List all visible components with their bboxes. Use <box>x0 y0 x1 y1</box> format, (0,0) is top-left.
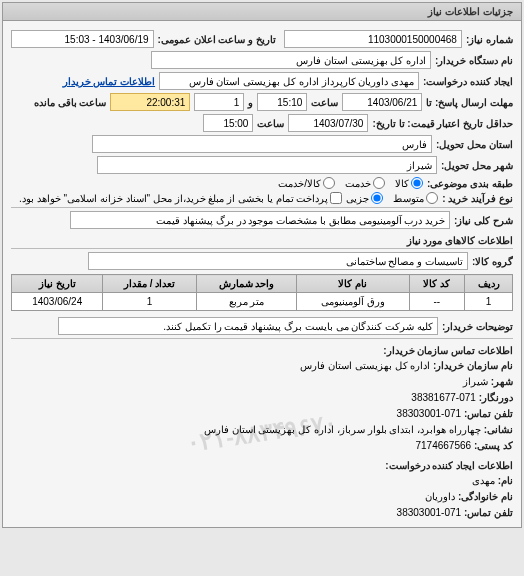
fax-label: دورنگار: <box>479 392 513 403</box>
items-section-title: اطلاعات کالاهای مورد نیاز <box>11 235 513 246</box>
buyer-org-label: نام دستگاه خریدار: <box>435 55 513 66</box>
main-panel: جزئیات اطلاعات نیاز شماره نیاز: 11030001… <box>2 2 522 528</box>
delivery-city-label: شهر محل تحویل: <box>441 160 513 171</box>
postal-value: 7174667566 <box>415 440 471 451</box>
buyer-notes-field: کلیه شرکت کنندگان می بایست برگ پیشنهاد ق… <box>58 317 438 335</box>
goods-group-field: تاسیسات و مصالح ساختمانی <box>88 252 468 270</box>
td-qty: 1 <box>103 293 196 311</box>
overall-desc-label: شرح کلی نیاز: <box>454 215 513 226</box>
reply-time-field: 15:10 <box>257 93 307 111</box>
th-qty: تعداد / مقدار <box>103 275 196 293</box>
buy-type-partial-input[interactable] <box>371 192 383 204</box>
partial-pay-checkbox[interactable] <box>330 192 342 204</box>
remaining-time-field: 22:00:31 <box>110 93 190 111</box>
class-service-label: خدمت <box>345 178 371 189</box>
table-header-row: ردیف کد کالا نام کالا واحد شمارش تعداد /… <box>12 275 513 293</box>
buyer-notes-label: توضیحات خریدار: <box>442 321 513 332</box>
class-goods-radio[interactable]: کالا <box>395 177 423 189</box>
postal-label: کد پستی: <box>474 440 513 451</box>
items-table: ردیف کد کالا نام کالا واحد شمارش تعداد /… <box>11 274 513 311</box>
class-label: طبقه بندی موضوعی: <box>427 178 513 189</box>
city-value: شیراز <box>463 376 488 387</box>
org-name-label: نام سازمان خریدار: <box>433 360 513 371</box>
buy-type-label: نوع فرآیند خرید : <box>442 193 513 204</box>
buy-type-normal-input[interactable] <box>426 192 438 204</box>
th-name: نام کالا <box>297 275 410 293</box>
partial-pay-check[interactable]: پرداخت تمام یا بخشی از مبلغ خرید،از محل … <box>19 192 342 204</box>
creator-section-title: اطلاعات ایجاد کننده درخواست: <box>11 460 513 471</box>
delivery-province-label: استان محل تحویل: <box>436 139 513 150</box>
th-row: ردیف <box>465 275 513 293</box>
address-label: نشانی: <box>484 424 513 435</box>
class-goods-service-label: کالا/خدمت <box>278 178 321 189</box>
reply-day-label: و <box>248 97 253 108</box>
td-row: 1 <box>465 293 513 311</box>
buyer-contact-link[interactable]: اطلاعات تماس خریدار <box>63 76 156 87</box>
phone-label: تلفن تماس: <box>464 408 513 419</box>
class-service-input[interactable] <box>373 177 385 189</box>
creator-family-label: نام خانوادگی: <box>458 491 513 502</box>
reply-days-field: 1 <box>194 93 244 111</box>
td-code: -- <box>409 293 464 311</box>
panel-title: جزئیات اطلاعات نیاز <box>3 3 521 21</box>
validity-time-label: ساعت <box>257 118 284 129</box>
class-radio-group: کالا خدمت کالا/خدمت <box>278 177 423 189</box>
city-label: شهر: <box>491 376 513 387</box>
creator-info: نام: مهدی نام خانوادگی: داوریان تلفن تما… <box>11 473 513 521</box>
contact-section: ۰۲۱-۸۸۳۴۹۶۷۰ اطلاعات تماس سازمان خریدار:… <box>11 345 513 521</box>
class-goods-service-input[interactable] <box>323 177 335 189</box>
validity-date-field: 1403/07/30 <box>288 114 368 132</box>
partial-pay-label: پرداخت تمام یا بخشی از مبلغ خرید،از محل … <box>19 193 328 204</box>
td-name: ورق آلومینیومی <box>297 293 410 311</box>
contact-info: نام سازمان خریدار: اداره کل بهزیستی استا… <box>11 358 513 454</box>
requester-label: ایجاد کننده درخواست: <box>423 76 513 87</box>
th-unit: واحد شمارش <box>196 275 296 293</box>
panel-body: شماره نیاز: 1103000150000468 تاریخ و ساع… <box>3 21 521 527</box>
divider <box>11 207 513 208</box>
class-service-radio[interactable]: خدمت <box>345 177 385 189</box>
creator-phone-label: تلفن تماس: <box>464 507 513 518</box>
table-row[interactable]: 1 -- ورق آلومینیومی متر مربع 1 1403/06/2… <box>12 293 513 311</box>
reply-time-label: ساعت <box>311 97 338 108</box>
reply-deadline-label: مهلت ارسال پاسخ: تا <box>426 97 513 108</box>
org-name-value: اداره کل بهزیستی استان فارس <box>300 360 430 371</box>
validity-label: حداقل تاریخ اعتبار قیمت: تا تاریخ: <box>372 118 513 129</box>
phone-value: 071-38303001 <box>397 408 462 419</box>
divider-3 <box>11 338 513 339</box>
creator-name-value: مهدی <box>472 475 495 486</box>
goods-group-label: گروه کالا: <box>472 256 513 267</box>
creator-name-label: نام: <box>498 475 513 486</box>
delivery-city-field: شیراز <box>97 156 437 174</box>
buy-type-partial-label: جزیی <box>346 193 369 204</box>
class-goods-input[interactable] <box>411 177 423 189</box>
td-unit: متر مربع <box>196 293 296 311</box>
class-goods-label: کالا <box>395 178 409 189</box>
class-goods-service-radio[interactable]: کالا/خدمت <box>278 177 335 189</box>
th-code: کد کالا <box>409 275 464 293</box>
contact-section-title: اطلاعات تماس سازمان خریدار: <box>11 345 513 356</box>
buyer-org-field: اداره کل بهزیستی استان فارس <box>151 51 431 69</box>
buy-type-partial-radio[interactable]: جزیی <box>346 192 383 204</box>
overall-desc-field: خرید درب آلومینیومی مطابق با مشخصات موجو… <box>70 211 450 229</box>
validity-time-field: 15:00 <box>203 114 253 132</box>
th-date: تاریخ نیاز <box>12 275 103 293</box>
fax-value: 071-38381677 <box>411 392 476 403</box>
creator-family-value: داوریان <box>425 491 455 502</box>
reply-date-field: 1403/06/21 <box>342 93 422 111</box>
requester-field: مهدی داوریان کارپرداز اداره کل بهزیستی ا… <box>159 72 419 90</box>
divider-2 <box>11 248 513 249</box>
td-date: 1403/06/24 <box>12 293 103 311</box>
buy-type-radio-group: متوسط جزیی <box>346 192 438 204</box>
delivery-province-field: فارس <box>92 135 432 153</box>
buy-type-normal-label: متوسط <box>393 193 424 204</box>
buy-type-normal-radio[interactable]: متوسط <box>393 192 438 204</box>
creator-phone-value: 071-38303001 <box>397 507 462 518</box>
announce-datetime-label: تاریخ و ساعت اعلان عمومی: <box>158 34 276 45</box>
need-number-label: شماره نیاز: <box>466 34 513 45</box>
announce-datetime-field: 1403/06/19 - 15:03 <box>11 30 154 48</box>
remaining-label: ساعت باقی مانده <box>34 97 107 108</box>
address-value: چهارراه هوابرد، ابتدای بلوار سرباز، ادار… <box>204 424 481 435</box>
need-number-field: 1103000150000468 <box>284 30 462 48</box>
